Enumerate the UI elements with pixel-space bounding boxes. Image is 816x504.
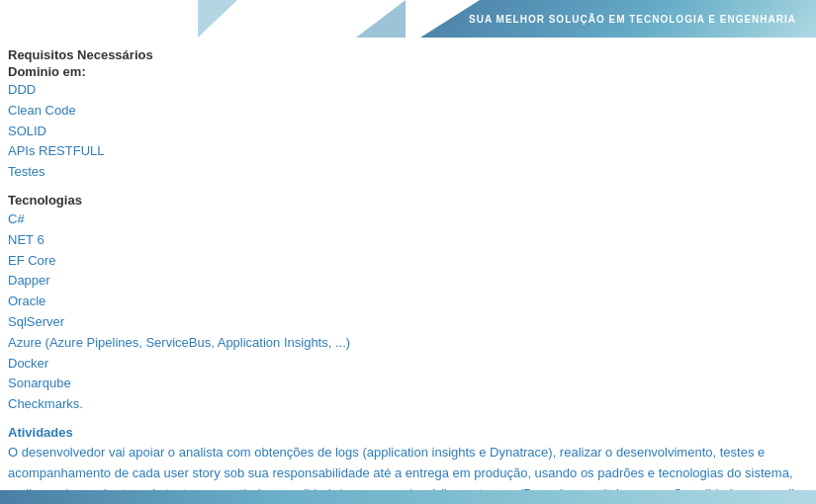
tech-item-7: Docker (8, 354, 808, 375)
tech-item-3: Dapper (8, 271, 808, 292)
tecnologias-section: Tecnologias C# NET 6 EF Core Dapper Orac… (8, 193, 808, 415)
header: SUA MELHOR SOLUÇÃO EM TECNOLOGIA E ENGEN… (0, 0, 816, 38)
dominio-item-0: DDD (8, 80, 808, 101)
atividades-title: Atividades (8, 425, 808, 440)
header-triangle-right (356, 0, 406, 38)
header-tagline: SUA MELHOR SOLUÇÃO EM TECNOLOGIA E ENGEN… (469, 14, 796, 25)
dominio-label: Dominio em: (8, 64, 808, 79)
dominio-item-3: APIs RESTFULL (8, 141, 808, 162)
tech-item-0: C# (8, 210, 808, 230)
requisitos-title: Requisitos Necessários (8, 47, 808, 62)
header-banner: SUA MELHOR SOLUÇÃO EM TECNOLOGIA E ENGEN… (420, 0, 816, 38)
header-triangle-left (198, 0, 237, 38)
footer-bar (0, 490, 816, 504)
dominio-item-2: SOLID (8, 122, 808, 142)
tecnologias-title: Tecnologias (8, 193, 808, 208)
requisitos-section: Requisitos Necessários Dominio em: DDD C… (8, 47, 808, 183)
tech-item-8: Sonarqube (8, 374, 808, 394)
dominio-item-4: Testes (8, 162, 808, 183)
main-content: Requisitos Necessários Dominio em: DDD C… (0, 38, 816, 504)
tech-item-6: Azure (Azure Pipelines, ServiceBus, Appl… (8, 333, 808, 354)
tech-item-4: Oracle (8, 292, 808, 312)
tech-item-2: EF Core (8, 251, 808, 272)
tech-item-9: Checkmarks. (8, 394, 808, 415)
dominio-item-1: Clean Code (8, 101, 808, 122)
tech-item-1: NET 6 (8, 230, 808, 251)
tech-item-5: SqlServer (8, 312, 808, 333)
